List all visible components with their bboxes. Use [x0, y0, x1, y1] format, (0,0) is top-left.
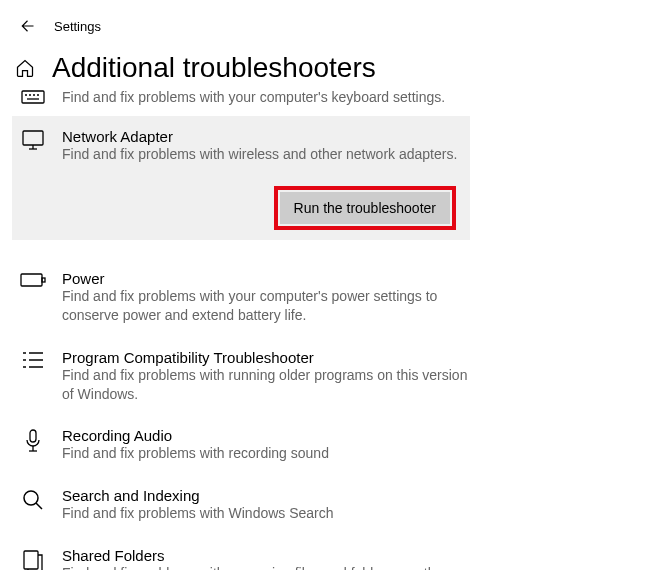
search-icon — [22, 489, 44, 511]
item-description: Find and fix problems with Windows Searc… — [62, 504, 482, 523]
troubleshooter-item-recording-audio[interactable]: Recording Audio Find and fix problems wi… — [12, 415, 642, 475]
svg-rect-9 — [21, 274, 42, 286]
troubleshooter-item-network-adapter[interactable]: Network Adapter Find and fix problems wi… — [12, 116, 470, 240]
troubleshooter-item-shared-folders[interactable]: Shared Folders Find and fix problems wit… — [12, 535, 642, 570]
item-description: Find and fix problems with running older… — [62, 366, 482, 404]
back-arrow-icon — [17, 17, 35, 35]
troubleshooter-item-keyboard-partial[interactable]: Find and fix problems with your computer… — [12, 84, 642, 116]
svg-rect-10 — [42, 278, 45, 282]
svg-rect-17 — [30, 430, 36, 442]
item-name: Shared Folders — [62, 547, 630, 564]
item-name: Recording Audio — [62, 427, 630, 444]
microphone-icon — [23, 429, 43, 455]
troubleshooter-item-power[interactable]: Power Find and fix problems with your co… — [12, 258, 642, 337]
item-description: Find and fix problems with wireless and … — [62, 145, 458, 164]
back-button[interactable] — [12, 12, 40, 40]
troubleshooter-item-program-compatibility[interactable]: Program Compatibility Troubleshooter Fin… — [12, 337, 642, 416]
item-name: Network Adapter — [62, 128, 458, 145]
item-description: Find and fix problems with accessing fil… — [62, 564, 482, 570]
svg-rect-22 — [24, 551, 38, 569]
home-icon[interactable] — [12, 58, 38, 78]
item-name: Power — [62, 270, 630, 287]
battery-icon — [20, 272, 46, 288]
list-icon — [22, 351, 44, 369]
svg-rect-6 — [23, 131, 43, 145]
item-name: Program Compatibility Troubleshooter — [62, 349, 630, 366]
svg-line-21 — [36, 503, 42, 509]
app-title: Settings — [54, 19, 101, 34]
keyboard-icon — [21, 90, 45, 108]
run-troubleshooter-button[interactable]: Run the troubleshooter — [280, 192, 450, 224]
item-description: Find and fix problems with recording sou… — [62, 444, 482, 463]
page-header: Additional troubleshooters — [12, 48, 642, 84]
page-title: Additional troubleshooters — [52, 52, 376, 84]
folder-icon — [22, 549, 44, 570]
monitor-icon — [21, 130, 45, 152]
main-content: Additional troubleshooters Find and fix … — [0, 48, 654, 570]
item-name: Search and Indexing — [62, 487, 630, 504]
svg-rect-0 — [22, 91, 44, 103]
title-bar: Settings — [0, 0, 654, 48]
svg-point-20 — [24, 491, 38, 505]
item-description: Find and fix problems with your computer… — [62, 287, 482, 325]
troubleshooter-item-search-indexing[interactable]: Search and Indexing Find and fix problem… — [12, 475, 642, 535]
item-description: Find and fix problems with your computer… — [62, 88, 482, 107]
